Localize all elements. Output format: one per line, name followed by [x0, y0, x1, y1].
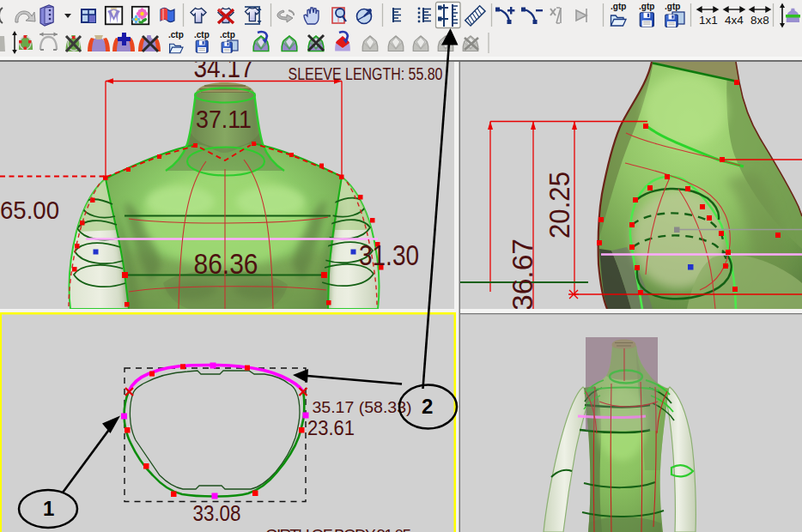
svg-text:86.36: 86.36	[194, 248, 258, 280]
svg-text:.ctp: .ctp	[168, 30, 184, 39]
svg-text:.ctp: .ctp	[220, 30, 235, 39]
svg-text:20.25: 20.25	[544, 172, 575, 239]
svg-text:GIRTH OF BODY:91.05: GIRTH OF BODY:91.05	[265, 526, 411, 532]
svg-text:.gtp: .gtp	[611, 2, 626, 11]
svg-text:8x8: 8x8	[750, 14, 769, 27]
svg-text:.gtp: .gtp	[639, 2, 654, 11]
svg-text:2: 2	[422, 395, 433, 418]
svg-text:SLEEVE LENGTH: 55.80: SLEEVE LENGTH: 55.80	[289, 64, 443, 83]
svg-text:37.11: 37.11	[196, 105, 252, 133]
svg-text:35.17 (58.33): 35.17 (58.33)	[313, 399, 412, 416]
svg-text:36.67: 36.67	[507, 239, 538, 311]
svg-text:23.61: 23.61	[307, 417, 355, 439]
svg-text:33.08: 33.08	[193, 501, 241, 525]
svg-text:65.00: 65.00	[0, 196, 59, 224]
svg-text:1x1: 1x1	[699, 14, 718, 27]
svg-text:.ctp: .ctp	[194, 30, 210, 39]
svg-text:31.30: 31.30	[359, 239, 419, 271]
svg-text:.gtp: .gtp	[665, 2, 680, 11]
svg-text:1: 1	[43, 497, 54, 520]
svg-text:4x4: 4x4	[725, 14, 744, 27]
